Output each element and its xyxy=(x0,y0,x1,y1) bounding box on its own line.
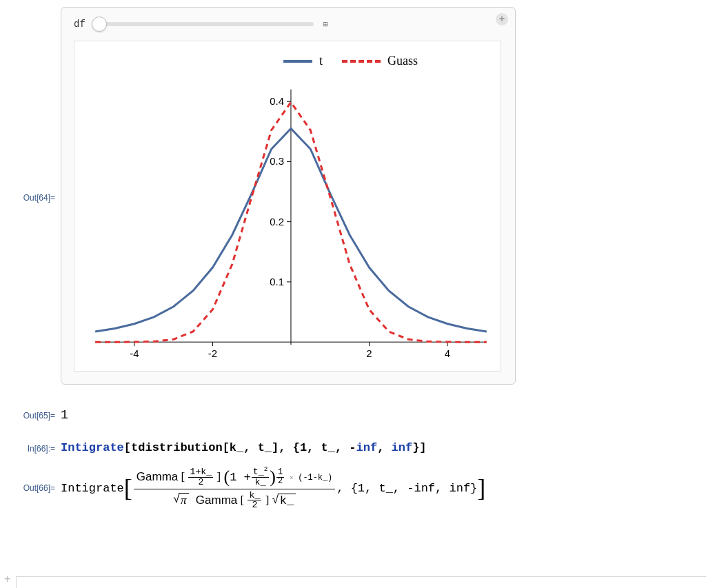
sqrt-pi: π xyxy=(173,493,189,507)
frac-1plusk: 1+k_ xyxy=(188,467,213,477)
svg-text:0.3: 0.3 xyxy=(270,155,284,167)
k-over-2-bot: 2 xyxy=(250,500,259,509)
slider-expand-icon[interactable]: ⊞ xyxy=(321,19,330,29)
out66-expression: Intigrate [ Gamma [ 1+k_2 ] ( 1 + t_2 k_ xyxy=(61,467,706,510)
plot-frame: t Guass -4-2240.10.20.30.4 xyxy=(74,41,501,372)
cell-label-out65: Out[65]= xyxy=(0,408,61,420)
out66-head: Intigrate xyxy=(61,482,124,495)
gamma-den: Gamma xyxy=(196,494,237,507)
plot-svg: -4-2240.10.20.30.4 xyxy=(74,41,501,371)
cell-label-out66: Out[66]= xyxy=(0,467,61,493)
svg-text:4: 4 xyxy=(445,347,450,359)
in66-fnargs[interactable]: [k_, t_] xyxy=(223,441,279,454)
frac-2a: 2 xyxy=(196,478,205,487)
k-bottom: k_ xyxy=(254,478,268,487)
legend-label-gauss: Guass xyxy=(387,54,418,68)
svg-text:-4: -4 xyxy=(130,347,139,359)
new-cell-plus-icon[interactable]: + xyxy=(0,573,16,585)
in66-close[interactable]: }] xyxy=(412,441,426,454)
in66-range[interactable]: {1, t_, - xyxy=(293,441,356,454)
legend-swatch-t xyxy=(283,60,312,63)
right-bracket-icon: ] xyxy=(477,476,485,500)
in66-head[interactable]: Intigrate xyxy=(61,441,124,454)
legend-swatch-gauss xyxy=(342,60,381,63)
manipulate-panel: + df ⊞ t G xyxy=(61,7,516,385)
svg-text:-2: -2 xyxy=(208,347,217,359)
plus-icon[interactable]: + xyxy=(496,13,508,26)
left-bracket-icon: [ xyxy=(124,476,132,500)
legend-label-t: t xyxy=(319,54,323,68)
slider-df[interactable] xyxy=(93,22,314,26)
svg-text:0.2: 0.2 xyxy=(270,216,284,227)
exp-neg1mk: (-1-k_) xyxy=(298,472,332,482)
in66-fn[interactable]: tdistribution xyxy=(131,441,223,454)
svg-text:0.4: 0.4 xyxy=(270,95,284,107)
in66-sep[interactable]: , xyxy=(279,441,292,454)
k-over-2-top: k_ xyxy=(248,491,261,500)
in66-open[interactable]: [ xyxy=(124,441,131,454)
plot-legend: t Guass xyxy=(283,54,418,68)
cell-label-in66: In[66]:= xyxy=(0,441,61,454)
out65-value: 1 xyxy=(61,408,68,422)
in66-inf1[interactable]: inf xyxy=(356,441,378,454)
t2-top: t_ xyxy=(253,467,264,477)
out66-tail: , {1, t_, -inf, inf} xyxy=(336,482,477,495)
new-cell-bar[interactable]: + xyxy=(0,572,706,585)
slider-thumb[interactable] xyxy=(92,17,107,32)
sqrt-k: k_ xyxy=(272,494,296,507)
slider-label-df: df xyxy=(74,19,86,30)
svg-text:0.1: 0.1 xyxy=(270,276,284,287)
in66-inf2[interactable]: inf xyxy=(392,441,413,454)
svg-text:2: 2 xyxy=(366,347,372,359)
cell-label-out64: Out[64]= xyxy=(0,0,61,203)
gamma-num: Gamma xyxy=(137,470,178,484)
in66-mid[interactable]: , xyxy=(377,441,391,454)
